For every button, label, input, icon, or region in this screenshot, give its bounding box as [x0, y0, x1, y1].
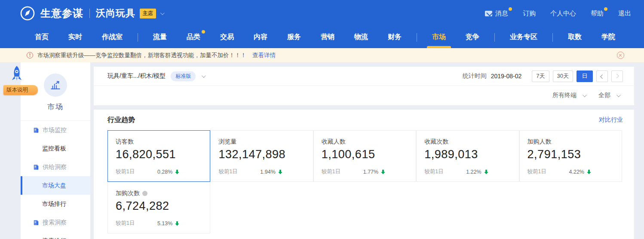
section-title: 行业趋势 [107, 116, 135, 125]
nav-market-active[interactable]: 市场 [422, 27, 456, 48]
top-header: 生意参谋 沃尚玩具 主店 消息 订购 个人中心 帮助 退出 [0, 0, 644, 27]
market-module-icon[interactable] [44, 74, 67, 97]
chevron-right-icon [615, 74, 619, 78]
metric-footer: 较前1日 1.77% [322, 168, 416, 175]
nav-trade[interactable]: 交易 [210, 27, 244, 48]
product-name: 生意参谋 [40, 6, 83, 20]
metric-label: 访客数 [116, 138, 210, 146]
chevron-down-icon[interactable] [160, 11, 165, 15]
range-30d-button[interactable]: 30天 [553, 70, 573, 82]
arrow-down-icon [586, 169, 592, 175]
nav-marketing[interactable]: 营销 [311, 27, 344, 48]
metric-label: 浏览量 [218, 138, 313, 146]
category-breadcrumb[interactable]: 玩具/童车.../积木/模型 [107, 72, 166, 80]
empty-cell [313, 182, 416, 233]
nav-war-room[interactable]: 作战室 [92, 27, 132, 48]
arrow-down-icon [484, 169, 489, 175]
metric-footer: 较前1日 1.22% [424, 168, 518, 175]
metric-label: 加购次数 [116, 190, 210, 197]
metric-value: 1,100,615 [322, 148, 416, 161]
compare-industry-link[interactable]: 对比行业 [599, 116, 623, 124]
prev-day-button[interactable] [596, 70, 608, 82]
change-percent: 1.22% [466, 169, 481, 175]
metric-footer: 较前1日 5.13% [116, 220, 210, 227]
compare-label: 较前1日 [527, 168, 546, 175]
sidebar-item-market-ranking[interactable]: 市场排行 [21, 195, 90, 213]
sidebar-item-market-overview-active[interactable]: 市场大盘 [21, 176, 90, 195]
metric-value: 132,147,898 [218, 148, 313, 161]
metric-card-cart-count[interactable]: 加购次数 6,724,282 较前1日 5.13% [107, 182, 210, 233]
close-icon[interactable] [617, 52, 624, 59]
nav-category[interactable]: 品类 [177, 27, 210, 48]
sidebar-item-label: 搜索洞察 [43, 219, 67, 227]
scope-value: 全部 [598, 92, 610, 99]
terminal-dropdown[interactable]: 所有终端 [552, 92, 586, 99]
sidebar-item-search-ranking[interactable]: 搜索排行 [21, 232, 90, 239]
metric-cards-grid: 访客数 16,820,551 较前1日 0.28% 浏览量 132,147,89… [107, 130, 622, 233]
nav-traffic[interactable]: 流量 [143, 27, 177, 48]
sidebar-item-market-monitor[interactable]: 市场监控 [21, 121, 90, 139]
notification-dot [509, 7, 512, 11]
metric-value: 6,724,282 [116, 199, 210, 213]
metric-card-cart-users[interactable]: 加购人数 2,791,153 较前1日 4.22% [519, 130, 622, 182]
metric-card-visitors[interactable]: 访客数 16,820,551 较前1日 0.28% [107, 130, 210, 182]
metric-footer: 较前1日 4.22% [527, 168, 622, 175]
nav-logistics[interactable]: 物流 [344, 27, 378, 48]
metric-card-favorites-count[interactable]: 收藏次数 1,989,013 较前1日 1.22% [416, 130, 519, 182]
metric-card-favorites-users[interactable]: 收藏人数 1,100,615 较前1日 1.77% [313, 130, 416, 182]
metric-card-pageviews[interactable]: 浏览量 132,147,898 较前1日 1.94% [210, 130, 313, 182]
version-note-tag[interactable]: 版本说明 [3, 85, 38, 95]
metric-value: 16,820,551 [116, 148, 210, 161]
version-float[interactable]: 版本说明 [3, 65, 38, 95]
sidebar-item-label: 市场监控 [43, 126, 67, 134]
report-icon [33, 127, 39, 133]
shop-badge: 主店 [140, 9, 156, 18]
subscribe-label: 订购 [523, 9, 536, 18]
metric-value: 1,989,013 [424, 148, 518, 161]
arrow-down-icon [175, 169, 180, 175]
sidebar-item-supply-insight[interactable]: 供给洞察 [21, 158, 90, 176]
sidebar-item-monitor-board[interactable]: 监控看板 [21, 139, 90, 158]
sidebar-item-label: 市场大盘 [42, 182, 66, 190]
info-icon[interactable] [142, 191, 147, 196]
nav-realtime[interactable]: 实时 [58, 27, 92, 48]
empty-cell [519, 182, 622, 233]
app-logo[interactable]: 生意参谋 [20, 6, 83, 21]
nav-divider [417, 33, 417, 42]
nav-business-zone[interactable]: 业务专区 [500, 27, 547, 48]
nav-finance[interactable]: 财务 [378, 27, 411, 48]
nav-competition[interactable]: 竞争 [456, 27, 489, 48]
date-controls: 统计时间 2019-08-02 7天 30天 日 [463, 70, 623, 82]
messages-link[interactable]: 消息 [485, 9, 508, 18]
nav-divider [138, 33, 138, 42]
sidebar-item-label: 监控看板 [42, 145, 66, 153]
sidebar-item-search-insight[interactable]: 搜索洞察 [21, 213, 90, 232]
subscribe-link[interactable]: 订购 [523, 9, 536, 18]
nav-service[interactable]: 服务 [277, 27, 311, 48]
range-day-button[interactable]: 日 [577, 70, 593, 82]
personal-center-label: 个人中心 [550, 9, 576, 18]
scope-dropdown[interactable]: 全部 [598, 92, 619, 99]
next-day-button[interactable] [611, 70, 623, 82]
nav-academy[interactable]: 学院 [592, 27, 625, 48]
personal-center-link[interactable]: 个人中心 [550, 9, 576, 18]
compare-label: 较前1日 [116, 220, 135, 227]
arrow-down-icon [380, 169, 386, 175]
help-link[interactable]: 帮助 [591, 9, 604, 18]
nav-data-fetch[interactable]: 取数 [558, 27, 592, 48]
range-7d-button[interactable]: 7天 [532, 70, 549, 82]
change-percent: 0.28% [157, 169, 172, 175]
terminal-row: 所有终端 全部 [94, 86, 634, 105]
nav-home[interactable]: 首页 [25, 27, 58, 48]
empty-cell [416, 182, 519, 233]
nav-content[interactable]: 内容 [244, 27, 277, 48]
change-percent: 1.77% [363, 169, 378, 175]
chevron-down-icon[interactable] [202, 74, 206, 78]
sidebar-item-label: 供给洞察 [43, 163, 67, 171]
logout-link[interactable]: 退出 [618, 9, 631, 18]
notice-detail-link[interactable]: 查看详情 [252, 52, 276, 59]
shop-name[interactable]: 沃尚玩具 [96, 7, 135, 20]
sidebar-module-label: 市场 [21, 102, 90, 112]
compare-label: 较前1日 [424, 168, 443, 175]
terminal-value: 所有终端 [552, 92, 577, 99]
